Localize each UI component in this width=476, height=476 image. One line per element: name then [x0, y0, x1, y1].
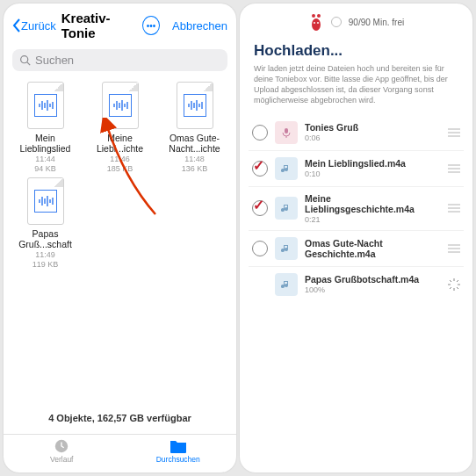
- svg-line-52: [457, 280, 458, 282]
- back-label: Zurück: [21, 19, 56, 32]
- file-time: 11:48: [158, 155, 231, 164]
- upload-info: Meine Lieblingsgeschichte.m4a0:21: [305, 193, 441, 224]
- file-size: 136 KB: [158, 164, 231, 174]
- upload-name: Papas Grußbotschaft.m4a: [305, 274, 441, 285]
- select-radio[interactable]: [252, 241, 268, 256]
- svg-point-0: [21, 56, 28, 63]
- header: Zurück Kreativ-Tonie ••• Abbrechen: [4, 4, 236, 46]
- svg-point-28: [312, 14, 315, 18]
- spinner-icon: [448, 278, 460, 291]
- page-title: Kreativ-Tonie: [61, 11, 137, 40]
- file-item[interactable]: Meine Liebl...ichte11:46185 KB: [83, 82, 156, 174]
- upload-name: Tonies Gruß: [305, 122, 441, 133]
- file-time: 11:44: [9, 155, 82, 164]
- cancel-button[interactable]: Abbrechen: [172, 19, 227, 32]
- drag-handle[interactable]: [448, 241, 460, 256]
- upload-name: Mein Lieblingslied.m4a: [305, 158, 441, 169]
- clock-icon: [53, 438, 70, 454]
- audio-file-icon: [102, 82, 139, 129]
- search-placeholder: Suchen: [35, 54, 74, 67]
- note-icon: [275, 157, 298, 180]
- more-button[interactable]: •••: [142, 16, 160, 35]
- drag-handle[interactable]: [448, 161, 460, 177]
- audio-file-icon: [27, 177, 64, 225]
- footer-summary: 4 Objekte, 162,57 GB verfügbar: [4, 413, 236, 423]
- upload-screen: 90/90 Min. frei Hochladen... Wir laden j…: [240, 4, 472, 472]
- minutes-indicator: [331, 17, 342, 27]
- file-item[interactable]: Omas Gute-Nacht...ichte11:48136 KB: [158, 82, 231, 174]
- upload-row[interactable]: Papas Grußbotschaft.m4a100%: [249, 267, 464, 302]
- footer: 4 Objekte, 162,57 GB verfügbar Verlauf D…: [4, 404, 236, 472]
- search-input[interactable]: Suchen: [12, 49, 227, 71]
- chevron-left-icon: [12, 18, 21, 32]
- tonie-mascot-icon: [308, 12, 324, 32]
- drag-handle[interactable]: [448, 200, 460, 216]
- back-button[interactable]: Zurück: [12, 18, 56, 32]
- upload-time: 100%: [305, 285, 441, 294]
- file-name: Meine Liebl...ichte: [83, 133, 156, 154]
- upload-time: 0:06: [305, 133, 441, 142]
- note-icon: [275, 197, 298, 220]
- file-name: Papas Gruß...schaft: [9, 228, 82, 249]
- upload-row[interactable]: Meine Lieblingsgeschichte.m4a0:21: [249, 187, 464, 231]
- upload-info: Papas Grußbotschaft.m4a100%: [305, 274, 441, 294]
- audio-file-icon: [177, 82, 213, 129]
- audio-file-icon: [27, 82, 64, 129]
- file-name: Omas Gute-Nacht...ichte: [158, 133, 231, 154]
- upload-row[interactable]: Omas Gute-Nacht Geschichte.m4a: [249, 231, 464, 267]
- tab-browse[interactable]: Durchsuchen: [120, 435, 237, 469]
- upload-time: 0:21: [305, 215, 441, 224]
- upload-name: Omas Gute-Nacht Geschichte.m4a: [305, 238, 441, 259]
- select-radio[interactable]: [252, 125, 268, 141]
- upload-info: Omas Gute-Nacht Geschichte.m4a: [305, 238, 441, 259]
- svg-point-30: [314, 22, 315, 24]
- note-icon: [275, 273, 298, 296]
- file-item[interactable]: Papas Gruß...schaft11:49119 KB: [9, 177, 82, 270]
- file-size: 94 KB: [9, 164, 82, 174]
- mic-icon: [275, 121, 298, 144]
- svg-point-27: [312, 18, 321, 31]
- folder-icon: [169, 438, 187, 454]
- upload-info: Mein Lieblingslied.m4a0:10: [305, 158, 441, 178]
- upload-time: 0:10: [305, 169, 441, 178]
- svg-point-31: [317, 22, 319, 24]
- file-time: 11:49: [9, 250, 82, 260]
- tab-bar: Verlauf Durchsuchen: [4, 434, 236, 469]
- upload-row[interactable]: Mein Lieblingslied.m4a0:10: [249, 151, 464, 187]
- minutes-label: 90/90 Min. frei: [349, 18, 404, 27]
- file-size: 185 KB: [83, 164, 156, 174]
- file-item[interactable]: Mein Lieblingslied11:4494 KB: [9, 82, 82, 174]
- upload-info: Tonies Gruß0:06: [305, 122, 441, 142]
- drag-handle[interactable]: [448, 125, 460, 141]
- upload-title: Hochladen...: [240, 37, 472, 63]
- tab-history[interactable]: Verlauf: [4, 435, 120, 469]
- svg-point-29: [317, 14, 321, 18]
- upload-description: Wir laden jetzt deine Dateien hoch und b…: [240, 63, 472, 115]
- file-grid: Mein Lieblingslied11:4494 KBMeine Liebl.…: [4, 78, 236, 272]
- select-radio[interactable]: [252, 200, 268, 216]
- svg-line-1: [27, 62, 30, 65]
- more-icon: •••: [147, 21, 156, 31]
- file-size: 119 KB: [9, 260, 82, 270]
- select-radio[interactable]: [252, 161, 268, 177]
- file-name: Mein Lieblingslied: [9, 133, 82, 154]
- svg-rect-32: [285, 128, 288, 133]
- upload-list: Tonies Gruß0:06Mein Lieblingslied.m4a0:1…: [240, 115, 472, 302]
- upload-name: Meine Lieblingsgeschichte.m4a: [305, 193, 441, 214]
- note-icon: [275, 237, 298, 260]
- svg-line-49: [450, 280, 451, 282]
- file-time: 11:46: [83, 155, 156, 164]
- upload-header: 90/90 Min. frei: [240, 4, 472, 37]
- upload-row[interactable]: Tonies Gruß0:06: [249, 115, 464, 151]
- svg-line-51: [450, 287, 451, 289]
- svg-line-50: [457, 287, 458, 289]
- search-icon: [19, 54, 31, 66]
- file-picker-screen: Zurück Kreativ-Tonie ••• Abbrechen Suche…: [4, 4, 236, 472]
